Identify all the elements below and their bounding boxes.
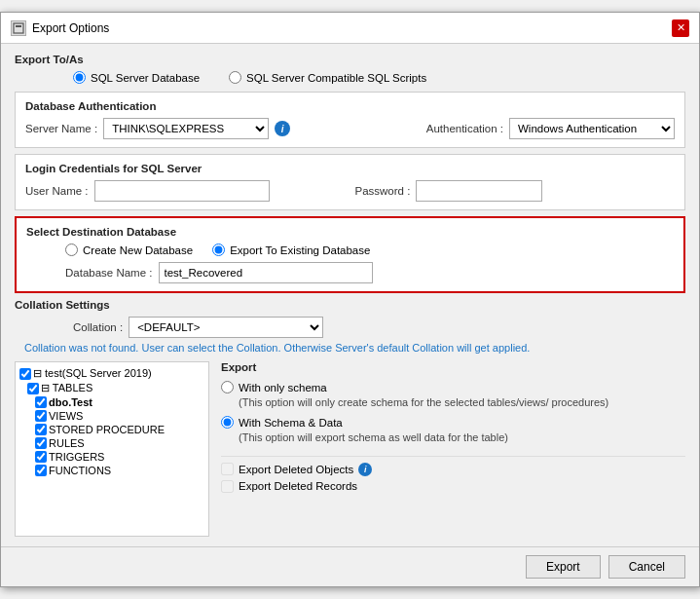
login-creds-title: Login Credentials for SQL Server — [25, 163, 675, 174]
export-checkboxes: Export Deleted Objects i Export Deleted … — [221, 456, 685, 493]
schema-data-main[interactable]: With Schema & Data — [221, 416, 685, 429]
export-sql-scripts-radio[interactable] — [229, 71, 241, 84]
auth-label: Authentication : — [426, 123, 503, 134]
export-deleted-records-row[interactable]: Export Deleted Records — [221, 480, 685, 493]
bottom-buttons: Export Cancel — [1, 546, 699, 586]
svg-rect-0 — [14, 23, 23, 33]
tree-panel: ⊟ test(SQL Server 2019) ⊟ TABLES dbo.Tes… — [15, 361, 209, 537]
schema-data-desc: (This option will export schema as well … — [221, 431, 685, 445]
export-deleted-objects-label: Export Deleted Objects — [239, 464, 353, 475]
dialog-icon — [11, 20, 26, 36]
auth-select[interactable]: Windows Authentication SQL Server Authen… — [509, 118, 675, 139]
export-existing-db-label: Export To Existing Database — [230, 244, 370, 256]
dialog-title: Export Options — [32, 21, 109, 35]
schema-only-radio[interactable] — [221, 381, 234, 393]
export-sql-server-option[interactable]: SQL Server Database — [73, 71, 200, 84]
tree-item-checkbox[interactable] — [35, 424, 47, 435]
export-deleted-objects-info-icon[interactable]: i — [358, 463, 372, 476]
server-name-select[interactable]: THINK\SQLEXPRESS — [103, 118, 269, 139]
auth-group: Authentication : Windows Authentication … — [426, 118, 675, 139]
password-label: Password : — [355, 185, 411, 197]
tree-item-checkbox[interactable] — [35, 410, 47, 422]
tree-item[interactable]: VIEWS — [19, 409, 204, 423]
tree-item-label: FUNCTIONS — [49, 465, 111, 476]
db-name-input[interactable] — [159, 262, 373, 283]
title-bar-left: Export Options — [11, 20, 109, 36]
export-sql-scripts-option[interactable]: SQL Server Compatible SQL Scripts — [229, 71, 426, 84]
tree-item-checkbox[interactable] — [35, 396, 47, 408]
export-panel-title: Export — [221, 361, 685, 373]
tree-item[interactable]: TRIGGERS — [19, 450, 204, 464]
tree-item-label: STORED PROCEDURE — [49, 424, 165, 435]
tree-item[interactable]: RULES — [19, 436, 204, 450]
close-button[interactable]: ✕ — [672, 19, 689, 37]
collation-row: Collation : <DEFAULT> — [15, 317, 685, 338]
schema-data-label: With Schema & Data — [239, 417, 343, 429]
title-bar: Export Options ✕ — [1, 13, 699, 44]
create-new-db-label: Create New Database — [83, 244, 193, 256]
select-dest-db-title: Select Destination Database — [26, 226, 674, 238]
tree-item-checkbox[interactable] — [35, 465, 47, 476]
collation-title: Collation Settings — [15, 299, 685, 311]
export-button[interactable]: Export — [526, 555, 601, 579]
export-existing-db-option[interactable]: Export To Existing Database — [212, 243, 370, 256]
db-name-row: Database Name : — [26, 262, 674, 283]
tree-item-label: ⊟ TABLES — [41, 382, 92, 394]
tree-item[interactable]: ⊟ TABLES — [19, 381, 204, 395]
server-name-label: Server Name : — [25, 123, 97, 134]
tree-item-label: TRIGGERS — [49, 451, 104, 463]
export-deleted-records-checkbox[interactable] — [221, 480, 234, 493]
schema-data-option: With Schema & Data (This option will exp… — [221, 416, 685, 445]
export-deleted-records-label: Export Deleted Records — [239, 480, 357, 492]
dialog-content: Export To/As SQL Server Database SQL Ser… — [1, 44, 699, 546]
password-group: Password : — [355, 180, 676, 202]
export-type-row: SQL Server Database SQL Server Compatibl… — [15, 71, 685, 84]
svg-rect-1 — [16, 25, 21, 27]
tree-item-label: dbo.Test — [49, 396, 92, 408]
collation-select[interactable]: <DEFAULT> — [129, 317, 323, 338]
export-sql-server-label: SQL Server Database — [91, 72, 200, 84]
schema-only-label: With only schema — [239, 382, 327, 393]
tree-item-label: ⊟ test(SQL Server 2019) — [33, 367, 152, 380]
password-input[interactable] — [416, 180, 542, 202]
schema-only-desc: (This option will only create schema for… — [221, 395, 685, 410]
db-auth-section: Database Authentication Server Name : TH… — [15, 92, 685, 148]
server-name-info-icon[interactable]: i — [275, 121, 290, 136]
select-dest-db-section: Select Destination Database Create New D… — [15, 216, 685, 293]
tree-item[interactable]: FUNCTIONS — [19, 464, 204, 477]
login-creds-section: Login Credentials for SQL Server User Na… — [15, 154, 685, 210]
login-creds-row: User Name : Password : — [25, 180, 675, 202]
cancel-button[interactable]: Cancel — [608, 555, 685, 579]
tree-item-checkbox[interactable] — [35, 451, 47, 463]
schema-only-main[interactable]: With only schema — [221, 381, 685, 393]
dialog: Export Options ✕ Export To/As SQL Server… — [0, 12, 700, 587]
collation-label: Collation : — [73, 321, 123, 333]
db-name-label: Database Name : — [65, 267, 153, 279]
export-deleted-objects-row[interactable]: Export Deleted Objects i — [221, 463, 685, 476]
export-deleted-objects-checkbox[interactable] — [221, 463, 234, 475]
export-panel: Export With only schema (This option wil… — [209, 361, 685, 537]
tree-item-bold[interactable]: dbo.Test — [19, 395, 204, 409]
db-auth-row: Server Name : THINK\SQLEXPRESS i Authent… — [25, 118, 675, 139]
tree-item-checkbox[interactable] — [35, 437, 47, 449]
username-input[interactable] — [94, 180, 270, 202]
tree-item-label: VIEWS — [49, 410, 83, 422]
bottom-area: ⊟ test(SQL Server 2019) ⊟ TABLES dbo.Tes… — [15, 361, 685, 537]
tree-item-label: RULES — [49, 437, 85, 449]
create-new-db-radio[interactable] — [65, 243, 78, 256]
tree-item[interactable]: STORED PROCEDURE — [19, 423, 204, 436]
export-sql-server-radio[interactable] — [73, 71, 86, 84]
export-to-label: Export To/As — [15, 54, 685, 65]
collation-section: Collation Settings Collation : <DEFAULT>… — [15, 299, 685, 354]
tree-item-checkbox[interactable] — [27, 383, 39, 394]
dest-radio-row: Create New Database Export To Existing D… — [26, 243, 674, 256]
schema-only-option: With only schema (This option will only … — [221, 381, 685, 410]
export-existing-db-radio[interactable] — [212, 243, 225, 256]
username-label: User Name : — [25, 185, 89, 197]
schema-data-radio[interactable] — [221, 416, 234, 429]
tree-item[interactable]: ⊟ test(SQL Server 2019) — [19, 366, 204, 381]
server-name-group: Server Name : THINK\SQLEXPRESS i — [25, 118, 417, 139]
tree-item-checkbox[interactable] — [19, 368, 31, 380]
export-sql-scripts-label: SQL Server Compatible SQL Scripts — [246, 72, 426, 84]
create-new-db-option[interactable]: Create New Database — [65, 243, 193, 256]
